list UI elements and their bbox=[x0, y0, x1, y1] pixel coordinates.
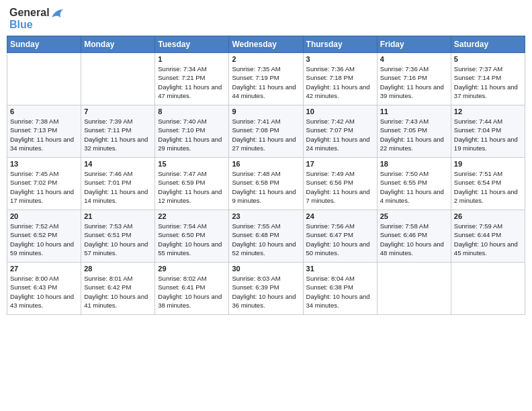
calendar-cell-3-3: 15 Sunrise: 7:47 AM Sunset: 6:59 PM Dayl… bbox=[155, 158, 229, 210]
calendar-cell-4-5: 24 Sunrise: 7:56 AM Sunset: 6:47 PM Dayl… bbox=[303, 210, 377, 263]
sunset-text: Sunset: 6:51 PM bbox=[84, 230, 152, 239]
sunrise-text: Sunrise: 7:37 AM bbox=[454, 64, 522, 73]
col-saturday: Saturday bbox=[451, 36, 525, 53]
day-number: 13 bbox=[10, 160, 78, 168]
sunset-text: Sunset: 7:04 PM bbox=[454, 126, 522, 134]
sunrise-text: Sunrise: 7:41 AM bbox=[232, 117, 300, 126]
col-wednesday: Wednesday bbox=[229, 36, 303, 53]
calendar-cell-3-1: 13 Sunrise: 7:45 AM Sunset: 7:02 PM Dayl… bbox=[7, 158, 81, 210]
day-info: Sunrise: 7:35 AM Sunset: 7:19 PM Dayligh… bbox=[232, 64, 300, 100]
day-info: Sunrise: 8:04 AM Sunset: 6:38 PM Dayligh… bbox=[306, 274, 374, 310]
col-sunday: Sunday bbox=[7, 36, 81, 53]
day-info: Sunrise: 7:51 AM Sunset: 6:54 PM Dayligh… bbox=[454, 169, 522, 205]
sunset-text: Sunset: 7:14 PM bbox=[454, 73, 522, 82]
day-info: Sunrise: 7:36 AM Sunset: 7:18 PM Dayligh… bbox=[306, 64, 374, 100]
day-number: 15 bbox=[158, 160, 226, 168]
day-number: 26 bbox=[454, 212, 522, 220]
day-info: Sunrise: 7:53 AM Sunset: 6:51 PM Dayligh… bbox=[84, 222, 152, 257]
sunrise-text: Sunrise: 7:45 AM bbox=[10, 169, 78, 178]
sunrise-text: Sunrise: 7:52 AM bbox=[10, 222, 78, 230]
sunset-text: Sunset: 7:11 PM bbox=[84, 126, 152, 134]
day-number: 8 bbox=[158, 107, 226, 116]
day-number: 5 bbox=[454, 55, 522, 63]
daylight-text: Daylight: 11 hours and 9 minutes. bbox=[232, 187, 300, 205]
calendar-cell-1-3: 1 Sunrise: 7:34 AM Sunset: 7:21 PM Dayli… bbox=[155, 53, 229, 105]
sunset-text: Sunset: 7:10 PM bbox=[158, 126, 226, 134]
sunset-text: Sunset: 6:38 PM bbox=[306, 283, 374, 291]
sunset-text: Sunset: 6:56 PM bbox=[306, 178, 374, 187]
sunset-text: Sunset: 6:50 PM bbox=[158, 230, 226, 239]
calendar-cell-5-6 bbox=[377, 263, 451, 315]
calendar-cell-1-6: 4 Sunrise: 7:36 AM Sunset: 7:16 PM Dayli… bbox=[377, 53, 451, 105]
calendar-cell-5-3: 29 Sunrise: 8:02 AM Sunset: 6:41 PM Dayl… bbox=[155, 263, 229, 315]
calendar-cell-4-2: 21 Sunrise: 7:53 AM Sunset: 6:51 PM Dayl… bbox=[81, 210, 155, 263]
day-info: Sunrise: 7:47 AM Sunset: 6:59 PM Dayligh… bbox=[158, 169, 226, 205]
calendar-cell-4-6: 25 Sunrise: 7:58 AM Sunset: 6:46 PM Dayl… bbox=[377, 210, 451, 263]
sunset-text: Sunset: 6:41 PM bbox=[158, 283, 226, 291]
day-number: 24 bbox=[306, 212, 374, 220]
day-number: 6 bbox=[10, 107, 78, 116]
sunrise-text: Sunrise: 7:59 AM bbox=[454, 222, 522, 230]
day-number: 11 bbox=[380, 107, 448, 116]
day-info: Sunrise: 7:36 AM Sunset: 7:16 PM Dayligh… bbox=[380, 64, 448, 100]
sunrise-text: Sunrise: 7:49 AM bbox=[306, 169, 374, 178]
calendar-cell-4-3: 22 Sunrise: 7:54 AM Sunset: 6:50 PM Dayl… bbox=[155, 210, 229, 263]
daylight-text: Daylight: 11 hours and 14 minutes. bbox=[84, 187, 152, 205]
logo: General Blue bbox=[9, 7, 63, 30]
sunrise-text: Sunrise: 7:47 AM bbox=[158, 169, 226, 178]
day-number: 16 bbox=[232, 160, 300, 168]
day-number: 9 bbox=[232, 107, 300, 116]
day-number: 1 bbox=[158, 55, 226, 63]
daylight-text: Daylight: 11 hours and 47 minutes. bbox=[158, 83, 226, 101]
calendar-cell-2-7: 12 Sunrise: 7:44 AM Sunset: 7:04 PM Dayl… bbox=[451, 105, 525, 158]
calendar-cell-5-4: 30 Sunrise: 8:03 AM Sunset: 6:39 PM Dayl… bbox=[229, 263, 303, 315]
calendar-week-3: 13 Sunrise: 7:45 AM Sunset: 7:02 PM Dayl… bbox=[7, 158, 525, 210]
daylight-text: Daylight: 10 hours and 50 minutes. bbox=[306, 240, 374, 258]
sunset-text: Sunset: 6:52 PM bbox=[10, 230, 78, 239]
daylight-text: Daylight: 11 hours and 7 minutes. bbox=[306, 187, 374, 205]
calendar-cell-2-2: 7 Sunrise: 7:39 AM Sunset: 7:11 PM Dayli… bbox=[81, 105, 155, 158]
sunset-text: Sunset: 6:44 PM bbox=[454, 230, 522, 239]
sunset-text: Sunset: 6:39 PM bbox=[232, 283, 300, 291]
calendar-cell-3-6: 18 Sunrise: 7:50 AM Sunset: 6:55 PM Dayl… bbox=[377, 158, 451, 210]
sunrise-text: Sunrise: 7:46 AM bbox=[84, 169, 152, 178]
daylight-text: Daylight: 11 hours and 19 minutes. bbox=[454, 135, 522, 153]
sunrise-text: Sunrise: 7:42 AM bbox=[306, 117, 374, 126]
day-number: 14 bbox=[84, 160, 152, 168]
daylight-text: Daylight: 11 hours and 2 minutes. bbox=[454, 187, 522, 205]
day-info: Sunrise: 7:52 AM Sunset: 6:52 PM Dayligh… bbox=[10, 222, 78, 257]
calendar-cell-4-4: 23 Sunrise: 7:55 AM Sunset: 6:48 PM Dayl… bbox=[229, 210, 303, 263]
calendar-cell-2-6: 11 Sunrise: 7:43 AM Sunset: 7:05 PM Dayl… bbox=[377, 105, 451, 158]
day-number: 10 bbox=[306, 107, 374, 116]
sunset-text: Sunset: 7:13 PM bbox=[10, 126, 78, 134]
daylight-text: Daylight: 11 hours and 12 minutes. bbox=[158, 187, 226, 205]
calendar-cell-1-2 bbox=[81, 53, 155, 105]
day-info: Sunrise: 7:55 AM Sunset: 6:48 PM Dayligh… bbox=[232, 222, 300, 257]
sunset-text: Sunset: 6:43 PM bbox=[10, 283, 78, 291]
calendar-cell-2-1: 6 Sunrise: 7:38 AM Sunset: 7:13 PM Dayli… bbox=[7, 105, 81, 158]
day-number: 4 bbox=[380, 55, 448, 63]
calendar-cell-2-5: 10 Sunrise: 7:42 AM Sunset: 7:07 PM Dayl… bbox=[303, 105, 377, 158]
calendar-week-4: 20 Sunrise: 7:52 AM Sunset: 6:52 PM Dayl… bbox=[7, 210, 525, 263]
calendar-cell-1-7: 5 Sunrise: 7:37 AM Sunset: 7:14 PM Dayli… bbox=[451, 53, 525, 105]
sunrise-text: Sunrise: 7:43 AM bbox=[380, 117, 448, 126]
daylight-text: Daylight: 10 hours and 43 minutes. bbox=[10, 292, 78, 310]
day-number: 2 bbox=[232, 55, 300, 63]
sunrise-text: Sunrise: 7:35 AM bbox=[232, 64, 300, 73]
day-number: 19 bbox=[454, 160, 522, 168]
day-info: Sunrise: 7:42 AM Sunset: 7:07 PM Dayligh… bbox=[306, 117, 374, 152]
sunset-text: Sunset: 6:59 PM bbox=[158, 178, 226, 187]
day-info: Sunrise: 7:54 AM Sunset: 6:50 PM Dayligh… bbox=[158, 222, 226, 257]
sunset-text: Sunset: 7:21 PM bbox=[158, 73, 226, 82]
day-info: Sunrise: 8:03 AM Sunset: 6:39 PM Dayligh… bbox=[232, 274, 300, 310]
sunset-text: Sunset: 6:58 PM bbox=[232, 178, 300, 187]
calendar-cell-2-3: 8 Sunrise: 7:40 AM Sunset: 7:10 PM Dayli… bbox=[155, 105, 229, 158]
day-info: Sunrise: 7:44 AM Sunset: 7:04 PM Dayligh… bbox=[454, 117, 522, 152]
day-number: 18 bbox=[380, 160, 448, 168]
sunset-text: Sunset: 6:48 PM bbox=[232, 230, 300, 239]
day-info: Sunrise: 7:40 AM Sunset: 7:10 PM Dayligh… bbox=[158, 117, 226, 152]
sunrise-text: Sunrise: 7:39 AM bbox=[84, 117, 152, 126]
sunset-text: Sunset: 6:47 PM bbox=[306, 230, 374, 239]
day-number: 28 bbox=[84, 265, 152, 273]
sunrise-text: Sunrise: 7:36 AM bbox=[380, 64, 448, 73]
